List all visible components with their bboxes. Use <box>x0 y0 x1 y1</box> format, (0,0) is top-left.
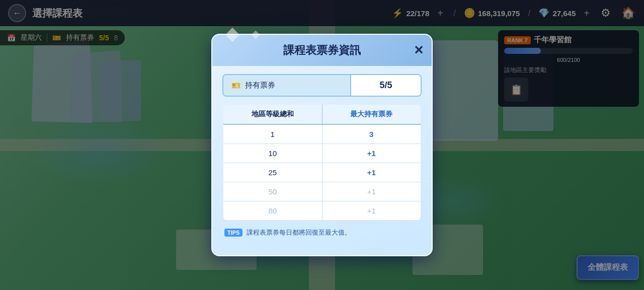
ticket-label-text: 持有票券 <box>245 81 275 90</box>
modal-close-button[interactable]: ✕ <box>414 44 424 56</box>
ticket-icon-modal: 🎫 <box>231 81 241 90</box>
ticket-info-row: 🎫 持有票券 5/5 <box>222 74 422 97</box>
modal-body: 🎫 持有票券 5/5 地區等級總和 最大持有票券 1310+125+150+18… <box>212 66 432 245</box>
table-cell-level: 25 <box>223 163 322 182</box>
table-col2-header: 最大持有票券 <box>322 104 421 124</box>
table-cell-tickets: +1 <box>322 182 421 201</box>
table-cell-tickets: +1 <box>322 163 421 182</box>
table-cell-level: 1 <box>223 124 322 144</box>
table-row: 50+1 <box>223 182 421 201</box>
modal-header: 課程表票券資訊 ✕ <box>212 35 432 66</box>
table-row: 80+1 <box>223 201 421 221</box>
table-cell-tickets: 3 <box>322 124 421 144</box>
tips-text: 課程表票券每日都將回復至最大值。 <box>247 228 351 237</box>
table-row: 10+1 <box>223 144 421 163</box>
table-cell-level: 50 <box>223 182 322 201</box>
tips-section: TIPS 課程表票券每日都將回復至最大值。 <box>222 228 422 237</box>
ticket-value-cell: 5/5 <box>350 75 421 96</box>
table-cell-tickets: +1 <box>322 144 421 163</box>
table-cell-level: 80 <box>223 201 322 221</box>
level-table: 地區等級總和 最大持有票券 1310+125+150+180+1 <box>222 104 422 221</box>
table-row: 25+1 <box>223 163 421 182</box>
modal-title: 課程表票券資訊 <box>283 44 361 56</box>
table-col1-header: 地區等級總和 <box>223 104 322 124</box>
table-cell-level: 10 <box>223 144 322 163</box>
ticket-info-modal: 課程表票券資訊 ✕ 🎫 持有票券 5/5 地區等級總和 最大持有票券 1310+… <box>211 34 433 256</box>
table-cell-tickets: +1 <box>322 201 421 221</box>
ticket-value: 5/5 <box>379 80 392 91</box>
tips-badge: TIPS <box>224 229 243 237</box>
table-row: 13 <box>223 124 421 144</box>
ticket-label-cell: 🎫 持有票券 <box>223 75 350 96</box>
